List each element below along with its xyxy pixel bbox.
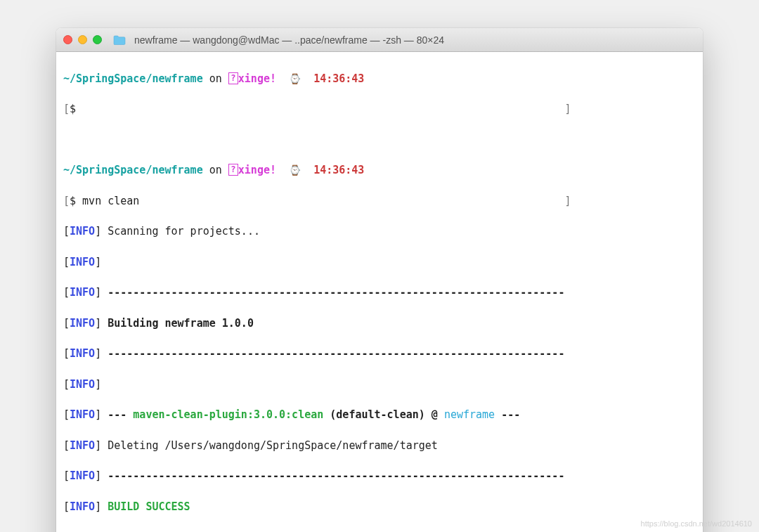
log-line: [INFO] Building newframe 1.0.0 xyxy=(63,316,696,332)
maximize-icon[interactable] xyxy=(93,35,102,44)
log-line: [INFO] ---------------------------------… xyxy=(63,469,696,484)
command-line: [$ ] xyxy=(63,102,696,117)
log-line: [INFO] ---------------------------------… xyxy=(63,346,696,362)
command-line: [$ mvn clean ] xyxy=(63,194,696,209)
log-line: [INFO] xyxy=(63,255,696,271)
terminal-window: newframe — wangdong@wdMac — ..pace/newfr… xyxy=(56,28,703,532)
log-line: [INFO] --- maven-clean-plugin:3.0.0:clea… xyxy=(63,408,696,423)
prompt-line: ~/SpringSpace/newframe on ?xinge! ⌚️ 14:… xyxy=(63,163,696,179)
log-line: [INFO] Deleting /Users/wangdong/SpringSp… xyxy=(63,439,696,454)
minimize-icon[interactable] xyxy=(78,35,87,44)
titlebar[interactable]: newframe — wangdong@wdMac — ..pace/newfr… xyxy=(56,28,703,52)
prompt-line: ~/SpringSpace/newframe on ?xinge! ⌚️ 14:… xyxy=(63,72,696,87)
log-line: [INFO] Scanning for projects... xyxy=(63,224,696,240)
window-title: newframe — wangdong@wdMac — ..pace/newfr… xyxy=(134,34,444,46)
log-line: [INFO] xyxy=(63,377,696,393)
terminal-body[interactable]: ~/SpringSpace/newframe on ?xinge! ⌚️ 14:… xyxy=(56,52,703,532)
watermark: https://blog.csdn.net/wd2014610 xyxy=(641,519,752,528)
close-icon[interactable] xyxy=(63,35,72,44)
log-line: [INFO] BUILD SUCCESS xyxy=(63,500,696,515)
folder-icon xyxy=(113,35,126,45)
log-line: [INFO] ---------------------------------… xyxy=(63,285,696,301)
